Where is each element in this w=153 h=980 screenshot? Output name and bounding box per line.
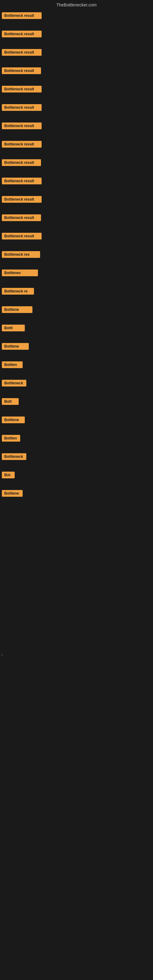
list-item: Bottleneck result xyxy=(1,30,153,43)
bottleneck-result-item[interactable]: Bottleneck result xyxy=(2,215,41,221)
bottleneck-result-label: Bottleneck result xyxy=(2,30,41,37)
bottleneck-result-label: Bottleneck result xyxy=(2,159,41,166)
bottleneck-result-label: Bottleneck result xyxy=(2,233,41,240)
bottleneck-result-item[interactable]: Bottleneck result xyxy=(2,178,41,185)
list-item: Bot xyxy=(1,472,153,484)
bottleneck-result-item[interactable]: Bottlene xyxy=(2,417,25,423)
list-item: Bottleneck res xyxy=(1,251,153,263)
bottleneck-result-item[interactable]: Bottleneck result xyxy=(2,86,41,92)
bottleneck-result-label: Bottleneck result xyxy=(2,104,41,111)
bottleneck-result-label: Bottleneck result xyxy=(2,141,41,148)
bottleneck-result-label: Bottleneck result xyxy=(2,196,41,203)
list-item: Bottleneck result xyxy=(1,123,153,135)
bottleneck-result-label: Bottlen xyxy=(2,435,20,442)
bottleneck-result-label: Bottleneck res xyxy=(2,251,40,258)
list-item: Bottleneck result xyxy=(1,196,153,208)
bottleneck-result-item[interactable]: Bottlene xyxy=(2,490,22,497)
bottleneck-result-item[interactable]: Bottleneck result xyxy=(2,159,41,166)
bottleneck-result-label: Bot xyxy=(2,472,15,478)
bottleneck-result-label: Bottlene xyxy=(2,343,29,350)
site-title: TheBottlenecker.com xyxy=(56,2,97,7)
bottleneck-result-item[interactable]: Bottleneck res xyxy=(2,251,40,258)
list-item: Bottlene xyxy=(1,343,153,355)
bottleneck-result-label: Bottleneck re xyxy=(2,288,34,294)
list-item: Bottleneck xyxy=(1,453,153,466)
list-item: Bottleneck result xyxy=(1,12,153,24)
site-header: TheBottlenecker.com xyxy=(0,0,153,11)
list-item: Bott xyxy=(1,398,153,410)
items-container: Bottleneck resultBottleneck resultBottle… xyxy=(0,11,153,502)
tiny-label: e xyxy=(1,654,3,655)
bottleneck-result-item[interactable]: Bottleneck re xyxy=(2,288,34,294)
list-item: Bottlen xyxy=(1,435,153,447)
bottleneck-result-label: Bottleneck result xyxy=(2,123,41,129)
bottleneck-result-item[interactable]: Bottleneck result xyxy=(2,67,41,74)
list-item: Bottlenec xyxy=(1,269,153,282)
list-item: Bottleneck result xyxy=(1,86,153,98)
bottleneck-result-item[interactable]: Bottlen xyxy=(2,435,20,442)
bottleneck-result-label: Bottlene xyxy=(2,490,22,497)
bottleneck-result-label: Bottlene xyxy=(2,417,25,423)
bottleneck-result-item[interactable]: Bottleneck result xyxy=(2,196,41,203)
bottleneck-result-item[interactable]: Bott xyxy=(2,398,19,405)
list-item: Bottleneck result xyxy=(1,141,153,153)
bottleneck-result-item[interactable]: Bottleneck xyxy=(2,453,26,460)
bottleneck-result-item[interactable]: Bot xyxy=(2,472,15,478)
list-item: Bottleneck result xyxy=(1,49,153,61)
list-item: Bottlene xyxy=(1,417,153,429)
bottleneck-result-label: Bottleneck result xyxy=(2,49,41,56)
bottleneck-result-label: Bottleneck result xyxy=(2,67,41,74)
bottleneck-result-item[interactable]: Bottlen xyxy=(2,361,22,368)
list-item: Bottleneck re xyxy=(1,288,153,300)
bottleneck-result-item[interactable]: Bottleneck result xyxy=(2,141,41,148)
bottleneck-result-label: Bottl xyxy=(2,325,25,331)
list-item: Bottleneck result xyxy=(1,67,153,80)
bottleneck-result-item[interactable]: Bottleneck result xyxy=(2,49,41,56)
bottleneck-result-label: Bottleneck result xyxy=(2,178,41,185)
bottleneck-result-item[interactable]: Bottleneck result xyxy=(2,104,41,111)
bottleneck-result-label: Bott xyxy=(2,398,19,405)
bottleneck-result-label: Bottleneck result xyxy=(2,12,41,19)
list-item: Bottleneck result xyxy=(1,215,153,227)
list-item: Bottleneck result xyxy=(1,104,153,116)
bottleneck-result-label: Bottlen xyxy=(2,361,22,368)
bottom-section: e xyxy=(0,508,153,784)
bottleneck-result-label: Bottleneck result xyxy=(2,215,41,221)
bottleneck-result-item[interactable]: Bottl xyxy=(2,325,25,331)
list-item: Bottlene xyxy=(1,306,153,318)
list-item: Bottlen xyxy=(1,361,153,374)
bottleneck-result-item[interactable]: Bottleneck result xyxy=(2,30,41,37)
bottleneck-result-label: Bottleneck xyxy=(2,453,26,460)
list-item: Bottleneck xyxy=(1,380,153,392)
bottleneck-result-item[interactable]: Bottleneck xyxy=(2,380,26,387)
bottleneck-result-label: Bottlene xyxy=(2,306,32,313)
bottleneck-result-label: Bottlenec xyxy=(2,269,38,276)
bottleneck-result-item[interactable]: Bottleneck result xyxy=(2,12,41,19)
bottleneck-result-item[interactable]: Bottlenec xyxy=(2,269,38,276)
list-item: Bottleneck result xyxy=(1,159,153,172)
list-item: Bottleneck result xyxy=(1,233,153,245)
list-item: Bottl xyxy=(1,325,153,337)
list-item: Bottleneck result xyxy=(1,178,153,190)
list-item: Bottlene xyxy=(1,490,153,502)
bottleneck-result-item[interactable]: Bottlene xyxy=(2,343,29,350)
bottleneck-result-item[interactable]: Bottleneck result xyxy=(2,233,41,240)
bottleneck-result-label: Bottleneck xyxy=(2,380,26,387)
bottleneck-result-item[interactable]: Bottleneck result xyxy=(2,123,41,129)
bottleneck-result-item[interactable]: Bottlene xyxy=(2,306,32,313)
bottleneck-result-label: Bottleneck result xyxy=(2,86,41,92)
